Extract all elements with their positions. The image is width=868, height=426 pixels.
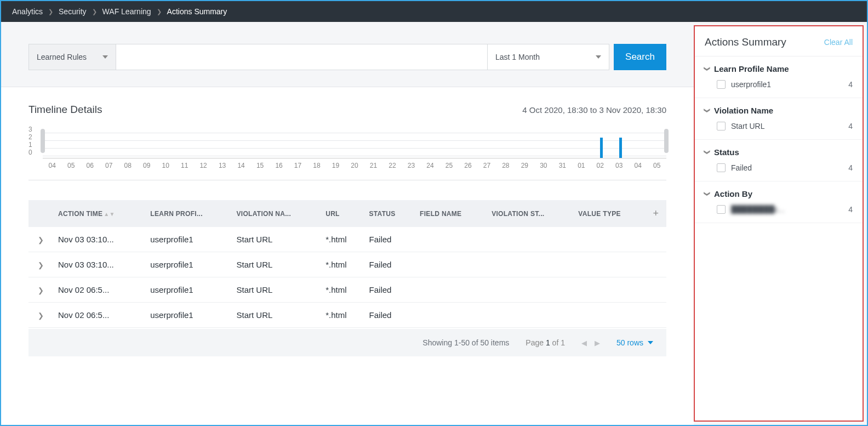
cell-action-time: Nov 02 06:5... (53, 277, 145, 303)
table-row[interactable]: ❯ Nov 03 03:10... userprofile1 Start URL… (28, 227, 666, 252)
cell-field-name (414, 252, 486, 277)
col-status[interactable]: STATUS (364, 200, 415, 227)
chart-bar (619, 138, 622, 158)
cell-value-type (573, 227, 646, 252)
time-range-dropdown[interactable]: Last 1 Month (488, 44, 609, 70)
table-row[interactable]: ❯ Nov 02 06:5... userprofile1 Start URL … (28, 277, 666, 303)
crumb-waf-learning[interactable]: WAF Learning (102, 7, 151, 16)
facet-item[interactable]: Failed 4 (705, 163, 853, 172)
col-violation-name[interactable]: VIOLATION NA... (231, 200, 320, 227)
crumb-actions-summary: Actions Summary (167, 7, 227, 16)
col-learn-profile[interactable]: LEARN PROFI... (145, 200, 231, 227)
cell-action-time: Nov 03 03:10... (53, 227, 145, 252)
facet-count: 4 (848, 80, 853, 89)
chevron-down-icon: ❯ (704, 150, 711, 155)
cell-value-type (573, 252, 646, 277)
cell-status: Failed (364, 303, 415, 328)
facet-name: Learn Profile Name (714, 64, 789, 73)
cell-violation-st (486, 303, 573, 328)
search-button[interactable]: Search (614, 44, 666, 70)
main-content: Learned Rules Last 1 Month Search Timeli… (1, 22, 694, 425)
breadcrumb: Analytics ❯ Security ❯ WAF Learning ❯ Ac… (1, 1, 867, 22)
panel-title: Actions Summary (705, 36, 786, 48)
prev-page-button[interactable]: ◀ (581, 339, 587, 347)
expand-column-header (28, 200, 53, 227)
search-input[interactable] (116, 44, 488, 70)
facet-item[interactable]: Start URL 4 (705, 122, 853, 130)
checkbox[interactable] (717, 80, 726, 89)
cell-status: Failed (364, 277, 415, 303)
clear-all-button[interactable]: Clear All (824, 38, 853, 47)
timeline-range: 4 Oct 2020, 18:30 to 3 Nov 2020, 18:30 (522, 105, 666, 115)
facet-group: ❯ Action By ████████c... 4 (695, 181, 863, 223)
cell-violation-st (486, 277, 573, 303)
chevron-right-icon: ❯ (157, 8, 162, 15)
cell-url: *.html (320, 252, 363, 277)
col-violation-st[interactable]: VIOLATION ST... (486, 200, 573, 227)
facet-label: Start URL (731, 122, 848, 130)
cell-violation-st (486, 227, 573, 252)
crumb-analytics[interactable]: Analytics (12, 7, 43, 16)
expand-row-icon[interactable]: ❯ (38, 261, 44, 269)
facet-name: Status (714, 147, 739, 157)
col-field-name[interactable]: FIELD NAME (414, 200, 486, 227)
checkbox[interactable] (717, 205, 726, 214)
facet-label: Failed (731, 163, 848, 172)
rows-per-page-dropdown[interactable]: 50 rows (616, 338, 653, 347)
facet-header[interactable]: ❯ Action By (705, 189, 853, 198)
timeline-chart[interactable]: 3210 04050607080910111213141516171819202… (28, 126, 666, 180)
next-page-button[interactable]: ▶ (595, 339, 600, 347)
search-scope-dropdown[interactable]: Learned Rules (28, 44, 116, 70)
crumb-security[interactable]: Security (59, 7, 87, 16)
facet-name: Violation Name (714, 106, 773, 115)
timeline-title: Timeline Details (28, 104, 102, 116)
add-column-button[interactable]: + (646, 200, 666, 227)
facet-count: 4 (848, 163, 853, 172)
cell-field-name (414, 303, 486, 328)
cell-field-name (414, 277, 486, 303)
cell-learn-profile: userprofile1 (145, 277, 231, 303)
results-table: ACTION TIME▲▼ LEARN PROFI... VIOLATION N… (28, 200, 666, 425)
cell-action-time: Nov 03 03:10... (53, 252, 145, 277)
chevron-right-icon: ❯ (48, 8, 53, 15)
facet-header[interactable]: ❯ Learn Profile Name (705, 64, 853, 73)
col-action-time[interactable]: ACTION TIME▲▼ (53, 200, 145, 227)
search-scope-label: Learned Rules (37, 53, 87, 61)
sort-icon: ▲▼ (104, 211, 115, 217)
chevron-down-icon (596, 55, 601, 59)
facet-header[interactable]: ❯ Status (705, 147, 853, 157)
facet-name: Action By (714, 189, 752, 198)
facet-item[interactable]: userprofile1 4 (705, 80, 853, 89)
chevron-down-icon (102, 55, 108, 59)
cell-url: *.html (320, 277, 363, 303)
facet-label: userprofile1 (731, 80, 848, 89)
cell-value-type (573, 303, 646, 328)
cell-status: Failed (364, 252, 415, 277)
facet-item[interactable]: ████████c... 4 (705, 205, 853, 214)
cell-learn-profile: userprofile1 (145, 303, 231, 328)
col-value-type[interactable]: VALUE TYPE (573, 200, 646, 227)
table-row[interactable]: ❯ Nov 03 03:10... userprofile1 Start URL… (28, 252, 666, 277)
table-row[interactable]: ❯ Nov 02 06:5... userprofile1 Start URL … (28, 303, 666, 328)
expand-row-icon[interactable]: ❯ (38, 286, 44, 294)
facet-count: 4 (848, 122, 853, 130)
cell-status: Failed (364, 227, 415, 252)
facet-count: 4 (848, 205, 853, 214)
cell-violation-name: Start URL (231, 252, 320, 277)
facet-group: ❯ Learn Profile Name userprofile1 4 (695, 56, 863, 98)
facet-group: ❯ Status Failed 4 (695, 140, 863, 181)
cell-value-type (573, 277, 646, 303)
chevron-right-icon: ❯ (92, 8, 97, 15)
expand-row-icon[interactable]: ❯ (38, 236, 44, 244)
facet-header[interactable]: ❯ Violation Name (705, 106, 853, 115)
range-handle-left[interactable] (41, 129, 45, 153)
col-url[interactable]: URL (320, 200, 363, 227)
range-handle-right[interactable] (664, 129, 669, 153)
cell-learn-profile: userprofile1 (145, 252, 231, 277)
checkbox[interactable] (717, 163, 726, 172)
checkbox[interactable] (717, 122, 726, 130)
expand-row-icon[interactable]: ❯ (38, 311, 44, 320)
cell-field-name (414, 227, 486, 252)
showing-text: Showing 1-50 of 50 items (422, 338, 509, 347)
cell-learn-profile: userprofile1 (145, 227, 231, 252)
